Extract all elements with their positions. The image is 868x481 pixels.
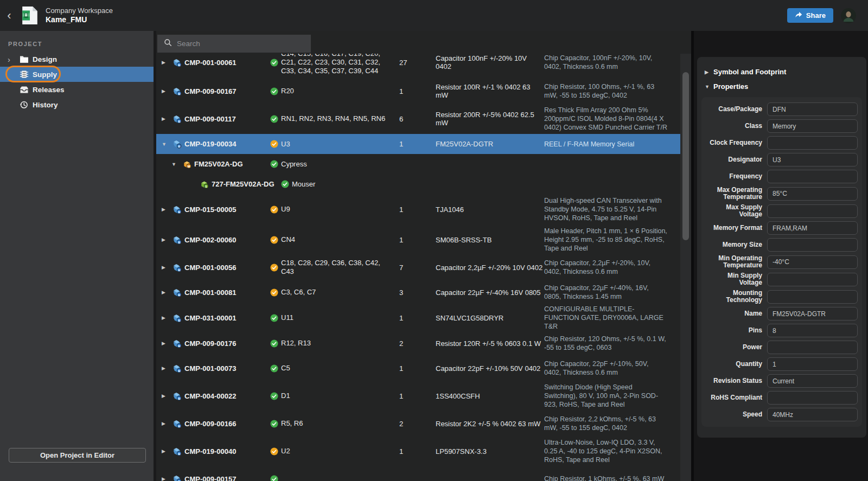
expand-arrow-icon[interactable]: ▶ xyxy=(162,290,173,295)
status-warning-icon xyxy=(270,206,281,214)
section-properties[interactable]: ▼ Properties xyxy=(697,79,866,94)
property-value-input[interactable] xyxy=(767,170,858,183)
row-id: CMP-004-00022 xyxy=(184,392,270,400)
designators-cell: U9 xyxy=(281,205,398,214)
table-row[interactable]: S727-FM25V02A-DGMouser xyxy=(156,174,680,194)
row-id: CMP-019-00034 xyxy=(184,140,270,148)
table-row[interactable]: ▶BCMP-001-00056C18, C28, C29, C36, C38, … xyxy=(156,255,680,280)
releases-box-icon xyxy=(20,86,33,94)
sidebar-item-history[interactable]: History xyxy=(0,97,154,112)
search-input[interactable] xyxy=(177,40,296,48)
sidebar-item-label: History xyxy=(33,101,58,109)
details-card: ▶ Symbol and Footprint ▼ Properties Case… xyxy=(697,57,866,438)
property-row: Clock Frequency xyxy=(705,136,858,150)
table-row[interactable]: ▼BCMP-019-00034U31FM25V02A-DGTRREEL / F-… xyxy=(156,134,680,154)
sidebar-item-releases[interactable]: Releases xyxy=(0,82,154,97)
property-value-input[interactable]: Current xyxy=(767,374,858,388)
expand-arrow-icon[interactable]: ▶ xyxy=(162,365,173,371)
table-row[interactable]: ▶BCMP-004-00022D111SS400CSFHSwitching Di… xyxy=(156,381,680,411)
expand-arrow-icon[interactable]: ▶ xyxy=(162,237,173,242)
sidebar-item-design[interactable]: ›Design xyxy=(0,52,154,67)
quantity-cell: 3 xyxy=(398,288,419,297)
status-warning-icon xyxy=(270,236,281,244)
expand-arrow-icon[interactable]: ▶ xyxy=(162,265,173,270)
designators-cell: R20 xyxy=(281,87,398,95)
property-label: Min Supply Voltage xyxy=(705,272,762,286)
table-row[interactable]: ▶BCMP-031-00001U111SN74LVC1G58DRYRCONFIG… xyxy=(156,305,680,331)
expand-arrow-icon[interactable]: ▶ xyxy=(162,315,173,320)
open-project-in-editor-button[interactable]: Open Project in Editor xyxy=(9,448,146,463)
collapse-arrow-icon[interactable]: ▼ xyxy=(171,162,182,167)
property-value-input[interactable] xyxy=(767,238,858,252)
expand-arrow-icon[interactable]: ▶ xyxy=(162,60,173,65)
property-value-input[interactable]: 40MHz xyxy=(767,408,858,421)
svg-text:B: B xyxy=(178,452,181,455)
expand-chevron-icon[interactable]: › xyxy=(8,55,20,64)
description-cell: Dual High-speed CAN Transceiver with Sta… xyxy=(544,196,680,222)
chevron-right-icon: ▶ xyxy=(705,69,709,75)
svg-text:B: B xyxy=(178,396,181,400)
property-value-input[interactable]: 1 xyxy=(767,357,858,371)
expand-arrow-icon[interactable]: ▶ xyxy=(162,116,173,121)
property-value-input[interactable] xyxy=(767,136,858,150)
table-row[interactable]: ▶BCMP-002-00060CN41SM06B-SRSS-TBMale Hea… xyxy=(156,225,680,255)
part-number-cell: Resistor 100R +/-1 % 0402 63 mW xyxy=(419,83,544,99)
table-scrollbar-thumb[interactable] xyxy=(682,72,689,240)
property-value-input[interactable]: -40°C xyxy=(767,255,858,269)
project-section-label: PROJECT xyxy=(0,31,154,52)
property-value-input[interactable]: 85°C xyxy=(767,187,858,201)
svg-text:B: B xyxy=(178,424,181,427)
component-cube-icon: B xyxy=(173,205,184,214)
property-label: RoHS Compliant xyxy=(705,394,762,401)
table-row[interactable]: ▶BCMP-009-00157Chip Resistor, 1 kOhms, +… xyxy=(156,466,680,481)
property-value-input[interactable] xyxy=(767,341,858,354)
row-id: 727-FM25V02A-DG xyxy=(212,180,281,188)
property-value-input[interactable] xyxy=(767,204,858,218)
quantity-cell: 7 xyxy=(398,264,419,272)
property-value-input[interactable] xyxy=(767,290,858,304)
part-number-cell: Resistor 200R +/-5% 0402 62.5 mW xyxy=(419,111,544,127)
property-value-input[interactable]: U3 xyxy=(767,153,858,166)
expand-arrow-icon[interactable]: ▶ xyxy=(162,421,173,426)
sidebar-item-supply[interactable]: Supply xyxy=(0,67,154,82)
expand-arrow-icon[interactable]: ▶ xyxy=(162,88,173,94)
collapse-arrow-icon[interactable]: ▼ xyxy=(162,142,173,147)
property-row: Case/PackageDFN xyxy=(705,102,858,116)
back-button[interactable]: ‹ xyxy=(0,0,18,31)
table-row[interactable]: ▶BCMP-001-00061C14, C15, C16, C17, C19, … xyxy=(156,54,680,79)
part-number-cell: 1SS400CSFH xyxy=(419,392,544,400)
svg-text:B: B xyxy=(178,268,181,271)
share-button[interactable]: Share xyxy=(787,8,833,23)
property-value-input[interactable]: Memory xyxy=(767,119,858,133)
property-value-input[interactable]: 8 xyxy=(767,324,858,337)
user-avatar[interactable] xyxy=(841,8,856,23)
expand-arrow-icon[interactable]: ▶ xyxy=(162,341,173,346)
property-value-input[interactable]: DFN xyxy=(767,102,858,116)
property-value-input[interactable] xyxy=(767,273,858,286)
description-cell: Chip Capacitor, 22µF +/-40%, 16V, 0805, … xyxy=(544,284,680,301)
table-row[interactable]: ▶BCMP-009-00176R12, R132Resistor 120R +/… xyxy=(156,331,680,356)
table-row[interactable]: ▶BCMP-009-00166R5, R62Resistor 2K2 +/-5 … xyxy=(156,411,680,436)
table-row[interactable]: ▶BCMP-001-00081C3, C6, C73Capacitor 22µF… xyxy=(156,280,680,305)
table-row[interactable]: ▶BCMP-009-00117RN1, RN2, RN3, RN4, RN5, … xyxy=(156,104,680,134)
table-row[interactable]: ▶BCMP-019-00040U21LP5907SNX-3.3Ultra-Low… xyxy=(156,436,680,466)
section-symbol-and-footprint[interactable]: ▶ Symbol and Footprint xyxy=(697,65,866,79)
table-row[interactable]: ▶BCMP-015-00005U91TJA1046Dual High-speed… xyxy=(156,194,680,225)
property-value-input[interactable]: FM25V02A-DGTR xyxy=(767,307,858,320)
row-id: CMP-009-00166 xyxy=(184,420,270,428)
property-row: Max Supply Voltage xyxy=(705,204,858,218)
table-row[interactable]: ▼MFM25V02A-DGCypress xyxy=(156,154,680,174)
description-cell: Ultra-Low-Noise, Low-IQ LDO, 3.3 V, 0.25… xyxy=(544,438,680,464)
table-row[interactable]: ▶BCMP-009-00167R201Resistor 100R +/-1 % … xyxy=(156,79,680,104)
row-id: CMP-001-00061 xyxy=(184,59,270,67)
expand-arrow-icon[interactable]: ▶ xyxy=(162,448,173,454)
expand-arrow-icon[interactable]: ▶ xyxy=(162,207,173,212)
description-cell: Switching Diode (High Speed Switching), … xyxy=(544,383,680,409)
property-value-input[interactable] xyxy=(767,391,858,405)
expand-arrow-icon[interactable]: ▶ xyxy=(162,476,173,481)
property-value-input[interactable]: FRAM,RAM xyxy=(767,221,858,235)
part-number-cell: SN74LVC1G58DRYR xyxy=(419,314,544,322)
expand-arrow-icon[interactable]: ▶ xyxy=(162,393,173,399)
component-cube-icon: B xyxy=(173,339,184,348)
table-row[interactable]: ▶BCMP-001-00073C51Capacitor 22pF +/-10% … xyxy=(156,356,680,381)
